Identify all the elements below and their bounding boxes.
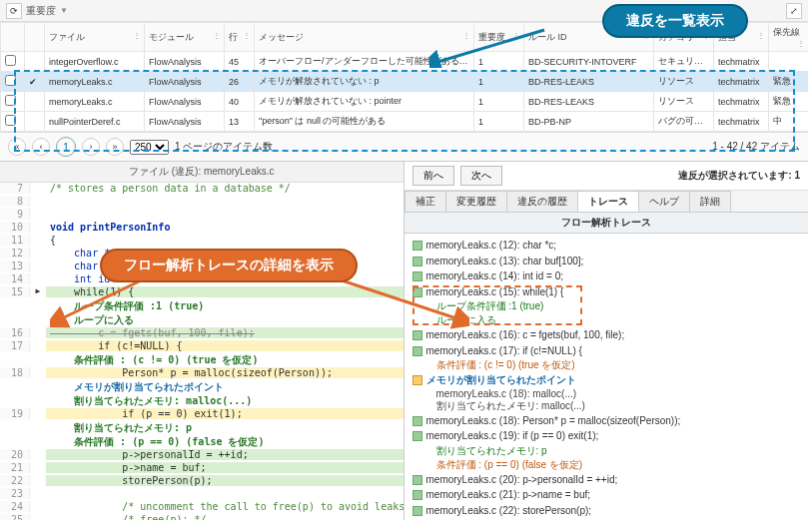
pager-first[interactable]: « <box>8 138 26 156</box>
line-number: 24 <box>0 501 30 512</box>
trace-title: フロー解析トレース <box>404 213 809 234</box>
trace-item[interactable]: memoryLeaks.c (18): Person* p = malloc(s… <box>410 413 803 429</box>
trace-pane: 前へ 次へ 違反が選択されています: 1 補正変更履歴違反の履歴トレースヘルプ詳… <box>404 162 809 520</box>
table-row[interactable]: integerOverflow.cFlowAnalysis45オーバーフロー/ア… <box>1 52 809 72</box>
code-text: /* free(p); */ <box>46 514 404 520</box>
code-text: 割り当てられたメモリ: malloc(...) <box>46 394 404 408</box>
code-text: storePerson(p); <box>46 475 404 486</box>
code-text: if (c!=NULL) { <box>46 340 404 351</box>
line-number: 14 <box>0 273 30 284</box>
callout-list-violations: 違反を一覧表示 <box>602 4 748 38</box>
line-number: 21 <box>0 462 30 473</box>
pager-current[interactable]: 1 <box>56 137 76 157</box>
tab-4[interactable]: ヘルプ <box>638 191 690 212</box>
trace-sub: 割り当てられたメモリ: malloc(...) <box>410 399 803 413</box>
code-text: void printPersonInfo <box>46 222 404 233</box>
next-button[interactable]: 次へ <box>460 166 502 186</box>
tab-2[interactable]: 違反の履歴 <box>506 191 578 212</box>
code-line: 17 if (c!=NULL) { <box>0 340 404 353</box>
code-text: メモリが割り当てられたポイント <box>46 380 404 394</box>
code-line: 22 storePerson(p); <box>0 475 404 488</box>
trace-sub: 条件評価 : (c != 0) (true を仮定) <box>410 358 803 372</box>
tab-0[interactable]: 補正 <box>404 191 446 212</box>
sort-icon[interactable]: ⋮ <box>797 39 804 48</box>
pager-size-label: 1 ページのアイテム数 <box>175 140 273 154</box>
code-text: Person* p = malloc(sizeof(Person)); <box>46 367 404 378</box>
table-row[interactable]: nullPointerDeref.cFlowAnalysis13"person"… <box>1 112 809 132</box>
code-text: p->name = buf; <box>46 462 404 473</box>
code-line: 24 /* uncomment the call to free(p) to a… <box>0 501 404 514</box>
sort-icon[interactable]: ⋮ <box>213 31 220 40</box>
code-line: 条件評価 : (c != 0) (true を仮定) <box>0 353 404 367</box>
trace-item[interactable]: memoryLeaks.c (20): p->personalId = ++id… <box>410 472 803 488</box>
sort-icon[interactable]: ⋮ <box>243 31 250 40</box>
trace-item[interactable]: 割り当てられたメモリが失われたポイント <box>410 518 803 520</box>
pager-summary: 1 - 42 / 42 アイテム <box>712 140 800 154</box>
line-number: 22 <box>0 475 30 486</box>
code-text: 割り当てられたメモリ: p <box>46 421 404 435</box>
trace-item[interactable]: memoryLeaks.c (21): p->name = buf; <box>410 487 803 503</box>
line-number: 17 <box>0 340 30 351</box>
trace-sub: 割り当てられたメモリ: p <box>410 444 803 458</box>
code-line: メモリが割り当てられたポイント <box>0 380 404 394</box>
gutter-marker: ▶ <box>30 286 46 295</box>
code-text: /* stores a person data in a database */ <box>46 183 404 194</box>
code-view[interactable]: 7/* stores a person data in a database *… <box>0 183 404 520</box>
code-line: 10void printPersonInfo <box>0 222 404 235</box>
code-pane: ファイル (違反): memoryLeaks.c 7/* stores a pe… <box>0 162 404 520</box>
pager-next[interactable]: › <box>82 138 100 156</box>
trace-item[interactable]: memoryLeaks.c (12): char *c; <box>410 238 803 254</box>
code-line: 7/* stores a person data in a database *… <box>0 183 404 196</box>
refresh-icon[interactable]: ⟳ <box>6 3 22 19</box>
line-number: 8 <box>0 196 30 207</box>
tab-3[interactable]: トレース <box>577 191 639 212</box>
chevron-down-icon[interactable]: ▼ <box>60 6 68 15</box>
code-line: 25 /* free(p); */ <box>0 514 404 520</box>
col-icon[interactable] <box>25 23 45 52</box>
prev-button[interactable]: 前へ <box>412 166 454 186</box>
line-number: 23 <box>0 488 30 499</box>
trace-item[interactable]: memoryLeaks.c (13): char buf[100]; <box>410 254 803 269</box>
line-number: 15 <box>0 286 30 297</box>
col-module[interactable]: モジュール⋮ <box>145 23 225 52</box>
trace-item[interactable]: memoryLeaks.c (16): c = fgets(buf, 100, … <box>410 327 803 343</box>
sort-icon[interactable]: ⋮ <box>133 31 140 40</box>
pager-last[interactable]: » <box>106 138 124 156</box>
row-checkbox[interactable] <box>5 95 16 106</box>
tabs: 補正変更履歴違反の履歴トレースヘルプ詳細 <box>404 191 809 213</box>
line-number: 16 <box>0 327 30 338</box>
pager-size-select[interactable]: 250 <box>130 140 169 155</box>
col-priority[interactable]: 保先線⋮ <box>769 23 809 52</box>
row-checkbox[interactable] <box>5 55 16 66</box>
col-chk[interactable] <box>1 23 25 52</box>
col-file[interactable]: ファイル⋮ <box>45 23 145 52</box>
table-row[interactable]: ✔memoryLeaks.cFlowAnalysis26メモリが解放されていない… <box>1 72 809 92</box>
code-text: 条件評価 : (c != 0) (true を仮定) <box>46 353 404 367</box>
arrow-blue <box>429 28 549 68</box>
code-line: 19 if (p == 0) exit(1); <box>0 408 404 421</box>
line-number: 25 <box>0 514 30 520</box>
trace-nav: 前へ 次へ 違反が選択されています: 1 <box>404 162 809 191</box>
row-checkbox[interactable] <box>5 75 16 86</box>
line-number: 19 <box>0 408 30 419</box>
sort-icon[interactable]: ⋮ <box>757 31 764 40</box>
pager: « ‹ 1 › » 250 1 ページのアイテム数 1 - 42 / 42 アイ… <box>0 132 808 161</box>
table-row[interactable]: memoryLeaks.cFlowAnalysis40メモリが解放されていない … <box>1 92 809 112</box>
trace-item[interactable]: memoryLeaks.c (22): storePerson(p); <box>410 503 803 519</box>
pager-prev[interactable]: ‹ <box>32 138 50 156</box>
trace-item[interactable]: メモリが割り当てられたポイント <box>410 372 803 388</box>
code-line: 8 <box>0 196 404 209</box>
expand-icon[interactable]: ⤢ <box>786 3 802 19</box>
trace-item[interactable]: memoryLeaks.c (17): if (c!=NULL) { <box>410 343 803 359</box>
severity-label: 重要度 <box>26 4 56 18</box>
row-checkbox[interactable] <box>5 115 16 126</box>
line-number: 11 <box>0 235 30 246</box>
line-number: 7 <box>0 183 30 194</box>
line-number: 13 <box>0 261 30 271</box>
col-line[interactable]: 行⋮ <box>225 23 255 52</box>
tab-5[interactable]: 詳細 <box>689 191 731 212</box>
trace-sub: memoryLeaks.c (18): malloc(...) <box>410 388 803 399</box>
tab-1[interactable]: 変更履歴 <box>445 191 507 212</box>
trace-item[interactable]: memoryLeaks.c (19): if (p == 0) exit(1); <box>410 428 803 444</box>
code-line: 23 <box>0 488 404 501</box>
